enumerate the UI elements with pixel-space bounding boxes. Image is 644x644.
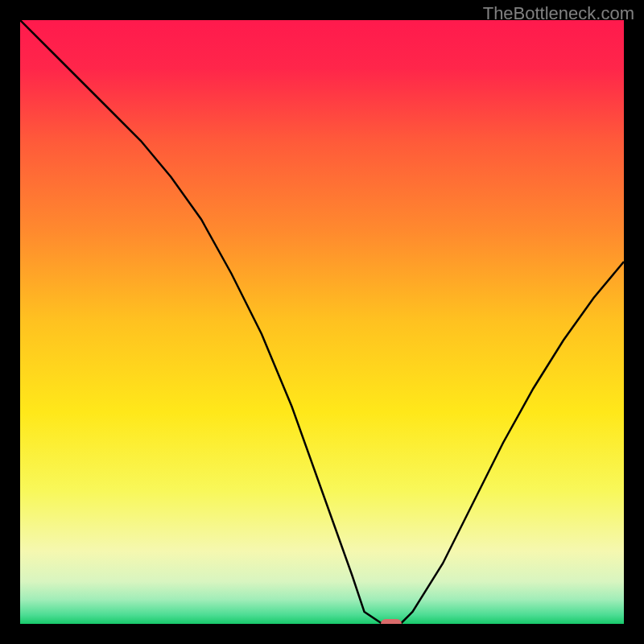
watermark-text: TheBottleneck.com: [483, 3, 634, 24]
bottleneck-curve: [20, 20, 624, 624]
optimal-marker: [381, 619, 402, 624]
plot-area: [20, 20, 624, 624]
